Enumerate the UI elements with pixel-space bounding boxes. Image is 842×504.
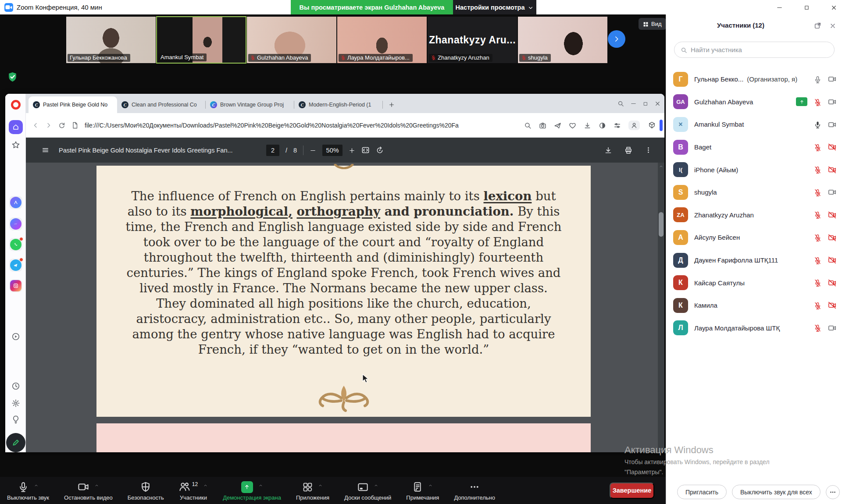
sidebar-messenger[interactable] xyxy=(5,217,26,231)
sidebar-telegram[interactable] xyxy=(5,259,26,272)
sidebar-home[interactable] xyxy=(5,120,26,134)
close-button[interactable] xyxy=(824,0,842,14)
minimize-button[interactable] xyxy=(769,0,789,14)
pdf-download-button[interactable] xyxy=(604,146,612,154)
participant-row[interactable]: ККамила xyxy=(666,294,842,317)
participant-row[interactable]: I(iPhone (Айым) xyxy=(666,158,842,181)
toolbar-label: Безопасность xyxy=(128,494,164,501)
browser-close-icon[interactable] xyxy=(654,99,661,107)
browser-search-icon[interactable] xyxy=(617,99,624,107)
footer-more-button[interactable] xyxy=(826,485,840,499)
panel-close-icon[interactable] xyxy=(829,21,836,29)
reader-mode-button[interactable] xyxy=(599,121,606,129)
zoom-in-button[interactable] xyxy=(349,146,355,154)
toolbar-share-screen-button[interactable]: Демонстрация экрана xyxy=(223,480,281,501)
video-tile[interactable]: Gulzhahan Abayeva xyxy=(246,16,337,64)
participant-row[interactable]: Sshugyla xyxy=(666,181,842,204)
url-field[interactable]: file:///C:/Users/Мои%20Документы/Downloa… xyxy=(85,122,488,129)
toolbar-shield-button[interactable]: Безопасность xyxy=(128,480,164,501)
scroll-up-icon[interactable] xyxy=(658,163,664,170)
popout-icon[interactable] xyxy=(814,21,821,29)
send-to-device-button[interactable] xyxy=(554,121,561,129)
find-button[interactable] xyxy=(524,121,532,129)
sidebar-history[interactable] xyxy=(5,382,26,390)
video-tile[interactable]: Лаура Молдатайыров... xyxy=(337,16,427,64)
downloads-button[interactable] xyxy=(584,121,591,129)
cam-icon xyxy=(828,98,836,106)
zoom-out-button[interactable] xyxy=(310,146,316,154)
participant-row[interactable]: ГГульнар Бекко...(Организатор, я) xyxy=(666,68,842,91)
tile-name-label: Гульнар Беккожанова xyxy=(68,54,130,62)
toolbar-more-button[interactable]: Дополнительно xyxy=(454,480,495,501)
fit-page-icon xyxy=(361,146,370,154)
fit-page-button[interactable] xyxy=(361,146,370,154)
browser-maximize-icon[interactable] xyxy=(643,99,648,107)
page-number-input[interactable]: 2 xyxy=(266,145,279,156)
maximize-button[interactable] xyxy=(796,0,817,14)
participant-row[interactable]: ×Amankul Symbat xyxy=(666,113,842,136)
sidebar-heart[interactable]: undefined xyxy=(5,365,26,374)
sidebar-send[interactable]: undefined xyxy=(5,349,26,358)
video-tile[interactable]: Гульнар Беккожанова xyxy=(66,16,156,64)
encryption-shield-icon[interactable] xyxy=(7,71,18,82)
participant-row[interactable]: BBaget xyxy=(666,136,842,159)
participant-row[interactable]: GAGulzhahan Abayeva xyxy=(666,91,842,114)
toolbar-notes-button[interactable]: Примечания xyxy=(406,480,439,501)
participant-row[interactable]: ДДаукен Ғарифолла ШТҚ111 xyxy=(666,249,842,272)
search-participant-input[interactable]: Найти участника xyxy=(674,42,835,58)
video-tile[interactable]: Amankul Symbat xyxy=(156,16,246,64)
profile-button[interactable] xyxy=(628,121,640,130)
sidebar-toggle-bar[interactable] xyxy=(660,120,663,131)
video-tile[interactable]: shugyla xyxy=(517,16,608,64)
participant-row[interactable]: AАйсулу Бейсен xyxy=(666,226,842,249)
view-button[interactable]: Вид xyxy=(639,18,666,30)
browser-tab[interactable]: CPastel Pink Beige Gold No xyxy=(29,96,117,113)
sidebar-whatsapp[interactable] xyxy=(5,238,26,251)
scroll-down-icon[interactable] xyxy=(658,445,664,452)
new-tab-button[interactable] xyxy=(385,99,398,111)
video-tile[interactable]: Zhanatkyzy Aru...Zhanatkyzy Aruzhan xyxy=(427,16,517,64)
sidebar-video-popout[interactable] xyxy=(5,332,26,341)
reader-mode-icon xyxy=(599,122,606,129)
next-videos-button[interactable] xyxy=(608,30,625,48)
browser-tab[interactable]: CModern-English-Period (1 xyxy=(294,96,383,113)
browser-tab[interactable]: CBrown Vintage Group Proj xyxy=(206,96,294,113)
participant-row[interactable]: ZAZhanatkyzy Aruzhan xyxy=(666,204,842,227)
pdf-print-button[interactable] xyxy=(624,146,632,154)
toolbar-whiteboard-button[interactable]: Доски сообщений xyxy=(344,480,391,501)
toolbar-apps-button[interactable]: Приложения xyxy=(296,480,329,501)
sidebar-ideas[interactable] xyxy=(5,415,26,424)
pdf-menu-icon[interactable] xyxy=(42,146,49,154)
back-icon[interactable] xyxy=(32,121,39,129)
toolbar-participants-button[interactable]: 12Участники xyxy=(179,480,208,501)
invite-button[interactable]: Пригласить xyxy=(677,485,727,499)
sidebar-pinboard-pencil[interactable] xyxy=(5,433,26,452)
end-meeting-button[interactable]: Завершение xyxy=(610,483,654,499)
participant-row[interactable]: ККайсар Саятулы xyxy=(666,271,842,294)
pdf-scrollbar[interactable] xyxy=(658,163,664,452)
scrollbar-thumb[interactable] xyxy=(659,212,664,237)
tweaks-button[interactable] xyxy=(614,121,621,129)
close-icon xyxy=(829,22,836,29)
browser-tab[interactable]: CClean and Professional Co xyxy=(117,96,206,113)
meeting-toolbar: Выключить звукОстановить видеоБезопаснос… xyxy=(0,477,666,504)
sidebar-aria[interactable] xyxy=(5,196,26,209)
rotate-button[interactable] xyxy=(376,146,384,154)
pdf-more-button[interactable] xyxy=(645,146,652,154)
sidebar-star[interactable] xyxy=(5,141,26,149)
sidebar-settings[interactable] xyxy=(5,399,26,408)
mute-all-button[interactable]: Выключить звук для всех xyxy=(732,485,821,499)
zoom-level[interactable]: 50% xyxy=(322,145,343,156)
forward-icon[interactable] xyxy=(45,121,52,129)
sidebar-opera-logo[interactable] xyxy=(5,100,26,110)
reload-icon[interactable] xyxy=(58,121,65,129)
sidebar-instagram[interactable] xyxy=(5,279,26,292)
view-settings-button[interactable]: Настройки просмотра xyxy=(453,0,536,14)
toolbar-mic-button[interactable]: Выключить звук xyxy=(7,480,49,501)
participant-row[interactable]: ЛЛаура Молдатайырова ШТҚ xyxy=(666,317,842,340)
extensions-cube-icon[interactable] xyxy=(648,121,656,129)
toolbar-camera-button[interactable]: Остановить видео xyxy=(64,480,113,501)
browser-minimize-icon[interactable] xyxy=(630,99,637,107)
favorites-button[interactable] xyxy=(569,121,576,129)
snapshot-button[interactable] xyxy=(539,121,546,129)
